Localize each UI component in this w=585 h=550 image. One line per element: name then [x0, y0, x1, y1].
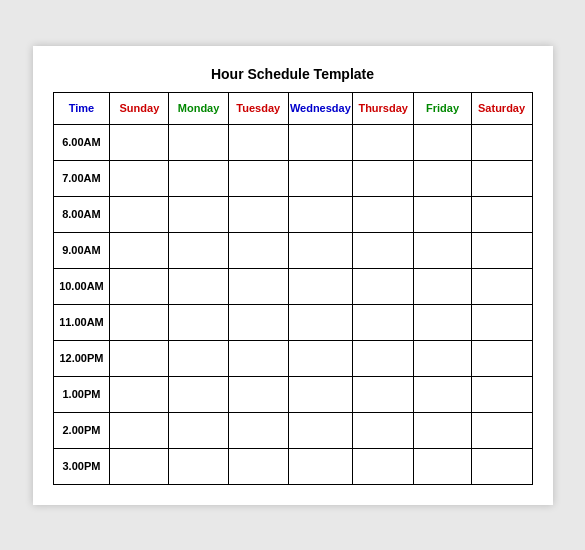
schedule-cell[interactable] [471, 304, 532, 340]
time-cell: 6.00AM [53, 124, 110, 160]
schedule-cell[interactable] [471, 376, 532, 412]
saturday-header: Saturday [471, 92, 532, 124]
table-row: 10.00AM [53, 268, 532, 304]
time-cell: 12.00PM [53, 340, 110, 376]
table-row: 1.00PM [53, 376, 532, 412]
schedule-cell[interactable] [169, 232, 228, 268]
schedule-cell[interactable] [471, 268, 532, 304]
table-row: 7.00AM [53, 160, 532, 196]
time-cell: 2.00PM [53, 412, 110, 448]
schedule-cell[interactable] [288, 124, 352, 160]
schedule-cell[interactable] [414, 448, 471, 484]
schedule-cell[interactable] [352, 160, 413, 196]
schedule-cell[interactable] [228, 412, 288, 448]
schedule-cell[interactable] [471, 160, 532, 196]
table-row: 8.00AM [53, 196, 532, 232]
monday-header: Monday [169, 92, 228, 124]
schedule-cell[interactable] [110, 304, 169, 340]
schedule-cell[interactable] [110, 412, 169, 448]
time-cell: 10.00AM [53, 268, 110, 304]
table-row: 6.00AM [53, 124, 532, 160]
schedule-cell[interactable] [169, 340, 228, 376]
schedule-cell[interactable] [352, 196, 413, 232]
schedule-cell[interactable] [352, 304, 413, 340]
schedule-cell[interactable] [169, 376, 228, 412]
schedule-cell[interactable] [471, 412, 532, 448]
tuesday-header: Tuesday [228, 92, 288, 124]
schedule-cell[interactable] [110, 268, 169, 304]
schedule-cell[interactable] [110, 196, 169, 232]
schedule-cell[interactable] [352, 232, 413, 268]
schedule-body: 6.00AM7.00AM8.00AM9.00AM10.00AM11.00AM12… [53, 124, 532, 484]
schedule-cell[interactable] [110, 160, 169, 196]
schedule-cell[interactable] [352, 268, 413, 304]
schedule-cell[interactable] [228, 124, 288, 160]
schedule-cell[interactable] [228, 196, 288, 232]
schedule-cell[interactable] [471, 124, 532, 160]
schedule-cell[interactable] [471, 340, 532, 376]
time-cell: 3.00PM [53, 448, 110, 484]
schedule-cell[interactable] [352, 448, 413, 484]
schedule-cell[interactable] [288, 160, 352, 196]
schedule-cell[interactable] [352, 376, 413, 412]
schedule-cell[interactable] [414, 196, 471, 232]
schedule-cell[interactable] [228, 304, 288, 340]
table-row: 9.00AM [53, 232, 532, 268]
schedule-cell[interactable] [169, 412, 228, 448]
time-cell: 7.00AM [53, 160, 110, 196]
schedule-cell[interactable] [414, 160, 471, 196]
schedule-cell[interactable] [414, 232, 471, 268]
schedule-cell[interactable] [414, 376, 471, 412]
schedule-cell[interactable] [288, 268, 352, 304]
schedule-cell[interactable] [228, 340, 288, 376]
schedule-cell[interactable] [169, 268, 228, 304]
schedule-cell[interactable] [169, 124, 228, 160]
schedule-cell[interactable] [352, 412, 413, 448]
schedule-cell[interactable] [352, 124, 413, 160]
time-cell: 8.00AM [53, 196, 110, 232]
time-header: Time [53, 92, 110, 124]
schedule-cell[interactable] [228, 160, 288, 196]
schedule-cell[interactable] [228, 448, 288, 484]
schedule-cell[interactable] [414, 268, 471, 304]
schedule-cell[interactable] [288, 232, 352, 268]
schedule-cell[interactable] [414, 412, 471, 448]
schedule-cell[interactable] [110, 232, 169, 268]
table-row: 2.00PM [53, 412, 532, 448]
schedule-cell[interactable] [288, 304, 352, 340]
schedule-cell[interactable] [169, 304, 228, 340]
table-row: 12.00PM [53, 340, 532, 376]
time-cell: 9.00AM [53, 232, 110, 268]
time-cell: 11.00AM [53, 304, 110, 340]
schedule-cell[interactable] [169, 196, 228, 232]
schedule-page: Hour Schedule Template Time Sunday Monda… [33, 46, 553, 505]
schedule-cell[interactable] [471, 232, 532, 268]
schedule-cell[interactable] [228, 268, 288, 304]
schedule-cell[interactable] [471, 448, 532, 484]
schedule-cell[interactable] [110, 124, 169, 160]
schedule-cell[interactable] [288, 196, 352, 232]
schedule-cell[interactable] [228, 376, 288, 412]
thursday-header: Thursday [352, 92, 413, 124]
schedule-cell[interactable] [471, 196, 532, 232]
friday-header: Friday [414, 92, 471, 124]
schedule-cell[interactable] [414, 304, 471, 340]
schedule-cell[interactable] [169, 160, 228, 196]
table-row: 11.00AM [53, 304, 532, 340]
schedule-cell[interactable] [110, 340, 169, 376]
table-row: 3.00PM [53, 448, 532, 484]
schedule-cell[interactable] [110, 376, 169, 412]
schedule-cell[interactable] [288, 448, 352, 484]
header-row: Time Sunday Monday Tuesday Wednesday Thu… [53, 92, 532, 124]
schedule-cell[interactable] [288, 412, 352, 448]
schedule-cell[interactable] [288, 340, 352, 376]
schedule-cell[interactable] [169, 448, 228, 484]
page-title: Hour Schedule Template [53, 66, 533, 82]
schedule-cell[interactable] [414, 340, 471, 376]
schedule-cell[interactable] [110, 448, 169, 484]
schedule-cell[interactable] [288, 376, 352, 412]
sunday-header: Sunday [110, 92, 169, 124]
schedule-cell[interactable] [352, 340, 413, 376]
schedule-cell[interactable] [414, 124, 471, 160]
schedule-cell[interactable] [228, 232, 288, 268]
